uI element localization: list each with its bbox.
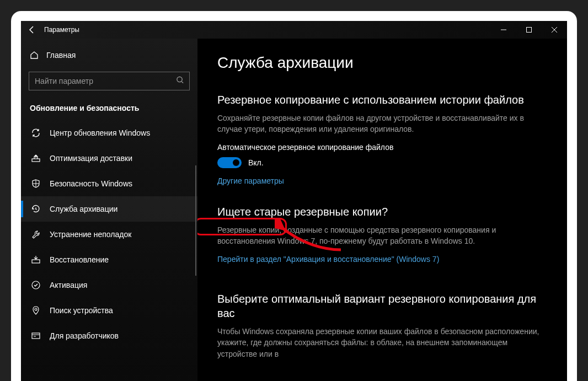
nav-label: Оптимизация доставки: [50, 154, 132, 163]
nav-label: Восстановление: [50, 255, 109, 264]
goto-backup-restore-link[interactable]: Перейти в раздел "Архивация и восстановл…: [217, 255, 439, 264]
category-header: Обновление и безопасность: [21, 95, 197, 120]
search-icon: [176, 76, 184, 87]
nav-item-recovery[interactable]: Восстановление: [21, 247, 197, 272]
more-options-link[interactable]: Другие параметры: [217, 176, 284, 185]
svg-rect-12: [32, 260, 40, 263]
home-icon: [30, 51, 39, 60]
nav-item-find-device[interactable]: Поиск устройства: [21, 298, 197, 323]
nav-label: Устранение неполадок: [50, 230, 131, 239]
nav-label: Служба архивации: [50, 205, 117, 213]
svg-line-11: [36, 209, 37, 210]
section-desc: Сохраняйте резервные копии файлов на дру…: [217, 112, 526, 135]
nav-item-windows-security[interactable]: Безопасность Windows: [21, 171, 197, 196]
sync-icon: [31, 128, 41, 138]
section-desc: Резервные копии, созданные с помощью сре…: [217, 224, 526, 247]
location-icon: [31, 305, 41, 315]
recovery-icon: [31, 255, 41, 265]
section-choose-backup: Выберите оптимальный вариант резервного …: [217, 292, 547, 359]
backup-icon: [31, 204, 41, 214]
search-input[interactable]: [29, 72, 190, 90]
section-title: Резервное копирование с использованием и…: [217, 93, 547, 107]
svg-point-13: [32, 281, 40, 289]
home-button[interactable]: Главная: [21, 46, 197, 64]
window-title: Параметры: [44, 26, 79, 34]
nav-item-troubleshoot[interactable]: Устранение неполадок: [21, 222, 197, 247]
svg-line-5: [181, 82, 183, 83]
section-title: Выберите оптимальный вариант резервного …: [217, 292, 547, 320]
nav-label: Центр обновления Windows: [50, 128, 150, 137]
delivery-icon: [31, 153, 41, 163]
close-button[interactable]: [542, 21, 567, 39]
nav-label: Поиск устройства: [50, 306, 113, 315]
svg-point-4: [177, 77, 182, 82]
svg-rect-15: [32, 333, 40, 339]
nav-label: Для разработчиков: [50, 331, 119, 340]
maximize-button[interactable]: [516, 21, 542, 39]
scrollbar[interactable]: [195, 165, 196, 276]
nav-item-backup[interactable]: Служба архивации: [21, 196, 197, 222]
svg-point-14: [35, 308, 37, 310]
developers-icon: [31, 331, 41, 341]
wrench-icon: [31, 229, 41, 239]
back-button[interactable]: [21, 21, 43, 39]
sidebar: Главная Обновление и безопасность Центр …: [21, 39, 197, 381]
svg-rect-1: [527, 28, 532, 33]
section-title: Ищете старые резервные копии?: [217, 205, 547, 219]
shield-icon: [31, 179, 41, 189]
nav-label: Безопасность Windows: [50, 179, 132, 188]
toggle-label: Автоматическое резервное копирование фай…: [217, 143, 547, 152]
content-area: Служба архивации Резервное копирование с…: [197, 39, 567, 381]
section-file-history: Резервное копирование с использованием и…: [217, 93, 547, 186]
page-title: Служба архивации: [217, 54, 547, 72]
nav-item-delivery-optimization[interactable]: Оптимизация доставки: [21, 146, 197, 171]
nav-item-activation[interactable]: Активация: [21, 272, 197, 298]
auto-backup-toggle[interactable]: [217, 157, 242, 168]
settings-window: Параметры Главная Об: [21, 21, 567, 381]
minimize-button[interactable]: [491, 21, 516, 39]
toggle-state: Вкл.: [248, 158, 264, 167]
activation-icon: [31, 280, 41, 290]
nav-label: Активация: [50, 281, 87, 289]
nav-item-windows-update[interactable]: Центр обновления Windows: [21, 120, 197, 146]
section-desc: Чтобы Windows сохраняла резервные копии …: [217, 326, 547, 359]
svg-rect-6: [32, 159, 40, 162]
nav-item-for-developers[interactable]: Для разработчиков: [21, 323, 197, 348]
arrow-left-icon: [28, 25, 36, 34]
nav-list: Центр обновления Windows Оптимизация дос…: [21, 120, 197, 348]
titlebar: Параметры: [21, 21, 567, 39]
home-label: Главная: [46, 51, 76, 60]
section-old-backups: Ищете старые резервные копии? Резервные …: [217, 205, 547, 265]
